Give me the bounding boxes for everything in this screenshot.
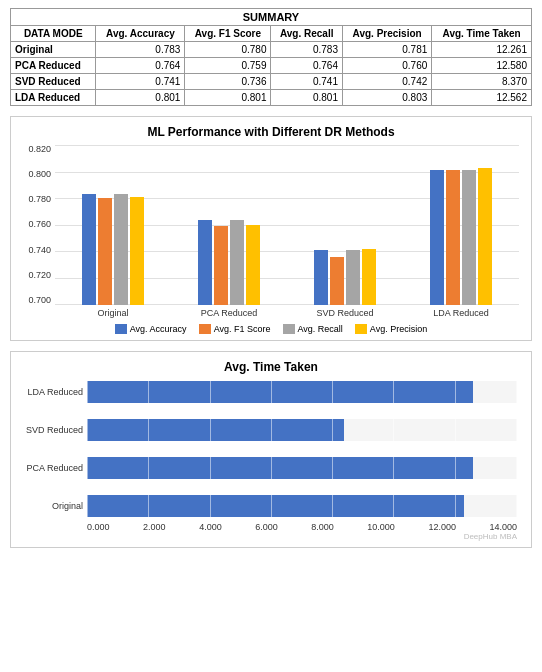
bar bbox=[446, 170, 460, 305]
hbar-label: LDA Reduced bbox=[15, 387, 83, 397]
table-row: LDA Reduced 0.801 0.801 0.801 0.803 12.5… bbox=[11, 90, 532, 106]
hbar-row: SVD Reduced bbox=[87, 418, 517, 442]
group-label: Original bbox=[55, 308, 171, 318]
bar bbox=[198, 220, 212, 305]
bar-group bbox=[403, 145, 519, 305]
bar bbox=[98, 198, 112, 305]
cell-time: 8.370 bbox=[432, 74, 532, 90]
x-axis-label: 12.000 bbox=[428, 522, 456, 532]
y-axis: 0.8200.8000.7800.7600.7400.7200.700 bbox=[15, 145, 55, 305]
group-label: LDA Reduced bbox=[403, 308, 519, 318]
bar bbox=[246, 225, 260, 305]
cell-mode: LDA Reduced bbox=[11, 90, 96, 106]
cell-recall: 0.801 bbox=[271, 90, 343, 106]
bar-group bbox=[55, 145, 171, 305]
legend-item: Avg. Recall bbox=[283, 324, 343, 334]
x-axis-label: 6.000 bbox=[255, 522, 278, 532]
cell-recall: 0.741 bbox=[271, 74, 343, 90]
legend-label: Avg. Precision bbox=[370, 324, 427, 334]
cell-f1: 0.780 bbox=[185, 42, 271, 58]
hbar-row: LDA Reduced bbox=[87, 380, 517, 404]
cell-f1: 0.736 bbox=[185, 74, 271, 90]
cell-precision: 0.781 bbox=[342, 42, 431, 58]
hbar-chart-inner: LDA ReducedSVD ReducedPCA ReducedOrigina… bbox=[15, 380, 527, 518]
cell-f1: 0.801 bbox=[185, 90, 271, 106]
bar bbox=[462, 170, 476, 305]
x-axis-label: 0.000 bbox=[87, 522, 110, 532]
hbar-chart-section: Avg. Time Taken LDA ReducedSVD ReducedPC… bbox=[10, 351, 532, 548]
y-axis-label: 0.780 bbox=[28, 195, 51, 204]
col-header-time: Avg. Time Taken bbox=[432, 26, 532, 42]
bar bbox=[314, 250, 328, 305]
hbar-rows: LDA ReducedSVD ReducedPCA ReducedOrigina… bbox=[87, 380, 517, 518]
cell-time: 12.261 bbox=[432, 42, 532, 58]
legend-item: Avg. Precision bbox=[355, 324, 427, 334]
hbar-label: PCA Reduced bbox=[15, 463, 83, 473]
bar bbox=[430, 170, 444, 305]
col-header-mode: DATA MODE bbox=[11, 26, 96, 42]
cell-precision: 0.760 bbox=[342, 58, 431, 74]
summary-table: DATA MODE Avg. Accuracy Avg. F1 Score Av… bbox=[10, 25, 532, 106]
bar bbox=[346, 250, 360, 305]
bar-chart-section: ML Performance with Different DR Methods… bbox=[10, 116, 532, 341]
main-container: SUMMARY DATA MODE Avg. Accuracy Avg. F1 … bbox=[0, 0, 542, 556]
legend-color-swatch bbox=[355, 324, 367, 334]
x-axis-label: 14.000 bbox=[489, 522, 517, 532]
x-axis-label: 2.000 bbox=[143, 522, 166, 532]
legend-color-swatch bbox=[283, 324, 295, 334]
y-axis-label: 0.700 bbox=[28, 296, 51, 305]
bar bbox=[362, 249, 376, 305]
cell-precision: 0.742 bbox=[342, 74, 431, 90]
cell-time: 12.580 bbox=[432, 58, 532, 74]
table-row: Original 0.783 0.780 0.783 0.781 12.261 bbox=[11, 42, 532, 58]
legend-label: Avg. Recall bbox=[298, 324, 343, 334]
cell-accuracy: 0.741 bbox=[96, 74, 185, 90]
summary-title: SUMMARY bbox=[10, 8, 532, 25]
legend-color-swatch bbox=[115, 324, 127, 334]
hbar-label: SVD Reduced bbox=[15, 425, 83, 435]
legend-label: Avg. Accuracy bbox=[130, 324, 187, 334]
col-header-recall: Avg. Recall bbox=[271, 26, 343, 42]
hbar-track bbox=[87, 495, 517, 517]
bar-chart-title: ML Performance with Different DR Methods bbox=[15, 125, 527, 139]
bar bbox=[478, 168, 492, 305]
legend-color-swatch bbox=[199, 324, 211, 334]
cell-recall: 0.783 bbox=[271, 42, 343, 58]
bar bbox=[214, 226, 228, 305]
cell-accuracy: 0.783 bbox=[96, 42, 185, 58]
hbar-row: Original bbox=[87, 494, 517, 518]
legend: Avg. Accuracy Avg. F1 Score Avg. Recall … bbox=[15, 324, 527, 334]
hbar-fill bbox=[87, 419, 344, 441]
y-axis-label: 0.820 bbox=[28, 145, 51, 154]
groups-container bbox=[55, 145, 519, 305]
cell-f1: 0.759 bbox=[185, 58, 271, 74]
y-axis-label: 0.760 bbox=[28, 220, 51, 229]
y-axis-label: 0.740 bbox=[28, 246, 51, 255]
hbar-fill bbox=[87, 381, 473, 403]
col-header-precision: Avg. Precision bbox=[342, 26, 431, 42]
hbar-track bbox=[87, 381, 517, 403]
watermark: DeepHub MBA bbox=[15, 532, 527, 541]
hbar-fill bbox=[87, 495, 464, 517]
hbar-track bbox=[87, 419, 517, 441]
hbar-track bbox=[87, 457, 517, 479]
bar-group bbox=[287, 145, 403, 305]
legend-item: Avg. Accuracy bbox=[115, 324, 187, 334]
col-header-f1: Avg. F1 Score bbox=[185, 26, 271, 42]
cell-accuracy: 0.801 bbox=[96, 90, 185, 106]
bar-group bbox=[171, 145, 287, 305]
y-axis-label: 0.720 bbox=[28, 271, 51, 280]
hbar-chart-title: Avg. Time Taken bbox=[15, 360, 527, 374]
group-label: PCA Reduced bbox=[171, 308, 287, 318]
x-axis-label: 10.000 bbox=[367, 522, 395, 532]
cell-accuracy: 0.764 bbox=[96, 58, 185, 74]
bar bbox=[130, 197, 144, 305]
cell-mode: Original bbox=[11, 42, 96, 58]
hbar-fill bbox=[87, 457, 473, 479]
legend-item: Avg. F1 Score bbox=[199, 324, 271, 334]
table-header-row: DATA MODE Avg. Accuracy Avg. F1 Score Av… bbox=[11, 26, 532, 42]
bar bbox=[230, 220, 244, 305]
bar-chart-area: 0.8200.8000.7800.7600.7400.7200.700 Orig… bbox=[15, 145, 527, 334]
table-row: SVD Reduced 0.741 0.736 0.741 0.742 8.37… bbox=[11, 74, 532, 90]
bar bbox=[82, 194, 96, 305]
